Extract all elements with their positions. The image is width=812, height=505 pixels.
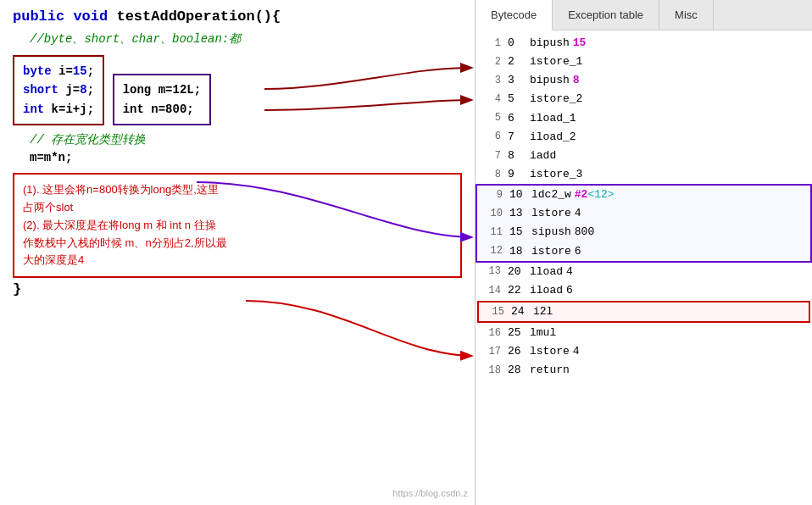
bc-offset: 9 xyxy=(508,166,526,183)
bc-offset: 7 xyxy=(508,129,526,146)
bytecode-row-13: 1320 lload 4 xyxy=(476,263,812,281)
bc-arg: 6 xyxy=(566,282,573,299)
bc-instruction: bipush xyxy=(530,72,570,89)
bc-linenum: 13 xyxy=(482,264,501,280)
bytecode-content: 10 bipush 1522 istore_133 bipush 845 ist… xyxy=(476,31,812,505)
bc-arg: 4 xyxy=(566,264,573,280)
bc-instruction: ldc2_w xyxy=(531,186,571,203)
bc-offset: 3 xyxy=(508,72,526,89)
bc-instruction: i2l xyxy=(533,303,553,320)
code-box-2: long m=12L; int n=800; xyxy=(113,74,211,125)
closing-brace: } xyxy=(13,281,462,297)
bc-instruction: istore_3 xyxy=(530,166,582,183)
annotation-text: (1). 这里会将n=800转换为long类型,这里占两个slot (2). 最… xyxy=(23,181,452,269)
code-line-2: short j=8; xyxy=(23,80,94,99)
code-box-1: byte i=15; short j=8; int k=i+j; xyxy=(13,55,104,125)
bc-instruction: lstore xyxy=(530,343,570,360)
bc-offset: 24 xyxy=(511,303,530,320)
bc-offset: 15 xyxy=(509,224,528,241)
tab-exception-table[interactable]: Exception table xyxy=(553,0,659,30)
bc-linenum: 17 xyxy=(482,344,501,360)
bc-arg: 6 xyxy=(575,243,581,260)
bc-linenum: 11 xyxy=(484,225,503,241)
bytecode-row-2: 22 istore_1 xyxy=(476,53,812,71)
bc-arg2: <12> xyxy=(587,186,614,203)
bc-arg: 4 xyxy=(575,205,581,222)
bytecode-row-7: 78 iadd xyxy=(476,147,812,165)
bc-linenum: 6 xyxy=(482,129,501,145)
bytecode-row-8: 89 istore_3 xyxy=(476,165,812,184)
bytecode-row-15: 1524 i2l xyxy=(477,301,810,323)
bytecode-row-18: 1828 return xyxy=(476,361,812,380)
tab-misc[interactable]: Misc xyxy=(659,0,714,30)
bc-linenum: 9 xyxy=(484,187,503,203)
bc-offset: 25 xyxy=(508,325,526,341)
bc-offset: 10 xyxy=(509,186,528,203)
bc-linenum: 8 xyxy=(482,167,501,183)
bc-offset: 26 xyxy=(508,343,526,360)
bytecode-row-17: 1726 lstore 4 xyxy=(476,342,812,361)
bytecode-row-12: 1218 istore 6 xyxy=(476,242,812,263)
comment2: // 存在宽化类型转换 xyxy=(30,132,462,147)
bc-linenum: 1 xyxy=(482,36,501,52)
bc-instruction: iload_2 xyxy=(530,129,576,146)
method-name: testAddOperation(){ xyxy=(116,8,281,25)
bc-instruction: lmul xyxy=(530,325,556,341)
bc-instruction: istore_2 xyxy=(530,91,582,108)
bc-linenum: 10 xyxy=(484,206,503,222)
bc-offset: 8 xyxy=(508,147,526,164)
bc-linenum: 16 xyxy=(482,325,501,341)
bytecode-row-11: 1115 sipush 800 xyxy=(476,223,812,241)
bc-linenum: 18 xyxy=(482,363,501,379)
bc-instruction: iload xyxy=(530,282,563,299)
tabs-container: Bytecode Exception table Misc xyxy=(476,0,812,31)
bc-offset: 20 xyxy=(508,264,526,280)
bc-offset: 28 xyxy=(508,362,526,379)
bc-instruction: lload xyxy=(530,264,563,280)
watermark: https://blog.csdn.z xyxy=(392,488,468,498)
bc-instruction: istore xyxy=(531,243,571,260)
bc-arg: 4 xyxy=(573,343,580,360)
code-panel: public void testAddOperation(){ //byte、s… xyxy=(0,0,475,505)
bc-instruction: iadd xyxy=(530,147,556,164)
bc-offset: 13 xyxy=(509,205,528,222)
bc-linenum: 2 xyxy=(482,54,501,70)
bc-offset: 22 xyxy=(508,282,526,299)
bc-arg: 8 xyxy=(573,72,580,89)
bytecode-row-4: 45 istore_2 xyxy=(476,90,812,108)
bytecode-row-10: 1013 lstore 4 xyxy=(476,204,812,223)
bytecode-row-3: 33 bipush 8 xyxy=(476,71,812,90)
bytecode-row-16: 1625 lmul xyxy=(476,324,812,342)
bytecode-row-9: 910 ldc2_w #2 <12> xyxy=(476,184,812,204)
code-line-3: int k=i+j; xyxy=(23,100,94,119)
bytecode-row-6: 67 iload_2 xyxy=(476,128,812,147)
bc-offset: 0 xyxy=(508,35,526,52)
annotation-box: (1). 这里会将n=800转换为long类型,这里占两个slot (2). 最… xyxy=(13,173,462,278)
code-line-5: int n=800; xyxy=(123,100,201,119)
bc-arg: #2 xyxy=(575,186,588,203)
bc-offset: 18 xyxy=(509,243,528,260)
bc-instruction: lstore xyxy=(531,205,571,222)
keyword-void: void xyxy=(73,8,108,25)
bytecode-row-1: 10 bipush 15 xyxy=(476,34,812,53)
bc-instruction: return xyxy=(530,362,570,379)
bc-linenum: 15 xyxy=(486,304,504,320)
bc-linenum: 14 xyxy=(482,283,501,299)
main-container: public void testAddOperation(){ //byte、s… xyxy=(0,0,812,505)
bytecode-row-5: 56 iload_1 xyxy=(476,109,812,128)
bc-linenum: 5 xyxy=(482,110,501,126)
bc-instruction: sipush xyxy=(531,224,571,241)
bytecode-row-14: 1422 iload 6 xyxy=(476,281,812,300)
code-expr: m=m*n; xyxy=(30,151,462,164)
bc-offset: 2 xyxy=(508,53,526,70)
bc-instruction: istore_1 xyxy=(530,53,582,70)
bc-offset: 5 xyxy=(508,91,526,108)
method-header: public void testAddOperation(){ xyxy=(13,8,462,25)
code-line-1: byte i=15; xyxy=(23,62,94,80)
tab-bytecode[interactable]: Bytecode xyxy=(476,0,553,31)
bc-linenum: 4 xyxy=(482,92,501,108)
comment1: //byte、short、char、boolean:都 xyxy=(30,31,462,47)
bc-arg: 15 xyxy=(573,35,587,52)
keyword-public: public xyxy=(13,8,64,25)
bytecode-panel: Bytecode Exception table Misc 10 bipush … xyxy=(475,0,812,505)
